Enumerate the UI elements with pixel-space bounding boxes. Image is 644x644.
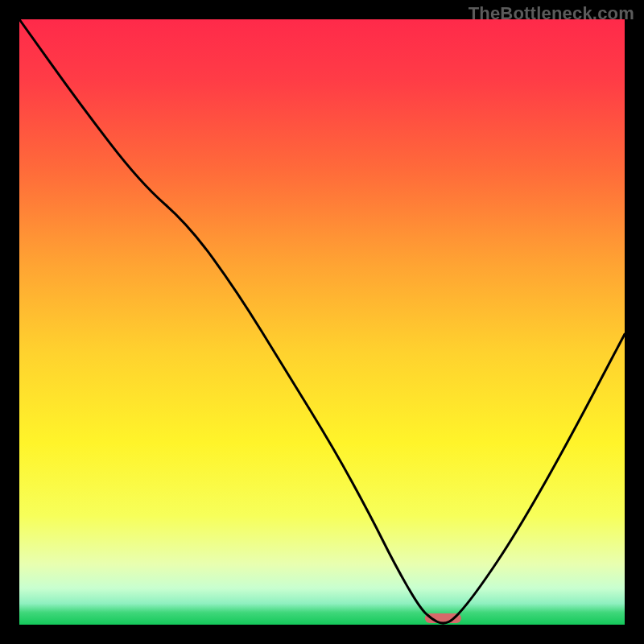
chart-frame: TheBottleneck.com (0, 0, 644, 644)
watermark-label: TheBottleneck.com (469, 3, 634, 24)
plot-background (19, 19, 625, 625)
bottleneck-chart (0, 0, 644, 644)
